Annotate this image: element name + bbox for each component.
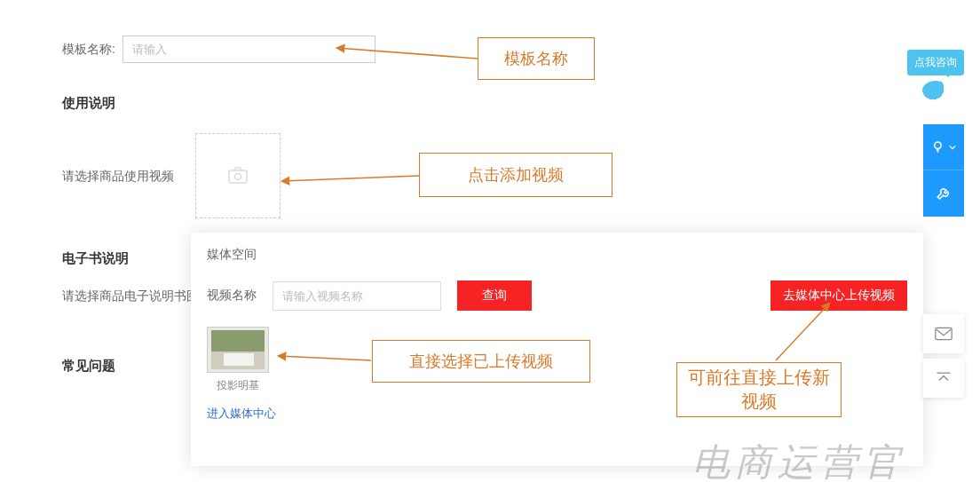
- video-thumbnail: [207, 327, 269, 373]
- svg-point-6: [935, 142, 942, 149]
- arrow-select-uploaded: [277, 352, 375, 369]
- svg-line-4: [279, 356, 371, 360]
- page-side-actions: [923, 314, 964, 398]
- consult-widget[interactable]: 点我咨询: [907, 50, 964, 100]
- wrench-icon: [936, 186, 952, 201]
- add-video-uploader[interactable]: [195, 133, 281, 218]
- media-panel-title: 媒体空间: [207, 247, 907, 263]
- annotation-go-upload: 可前往直接上传新视频: [676, 362, 842, 417]
- svg-point-1: [235, 174, 241, 180]
- annotation-select-uploaded: 直接选择已上传视频: [372, 340, 590, 383]
- envelope-icon: [935, 326, 952, 342]
- svg-line-2: [337, 48, 478, 59]
- message-button[interactable]: [923, 314, 964, 353]
- video-item[interactable]: 投影明基: [207, 327, 269, 393]
- arrow-template-name: [336, 44, 479, 66]
- tools-button[interactable]: [923, 170, 964, 217]
- search-button[interactable]: 查询: [457, 281, 532, 311]
- lightbulb-icon: [931, 139, 947, 155]
- video-name-input[interactable]: [273, 281, 441, 311]
- arrow-add-video: [281, 165, 423, 186]
- video-name-label: 视频名称: [207, 288, 257, 304]
- consult-bubble-text: 点我咨询: [907, 50, 964, 75]
- annotation-add-video: 点击添加视频: [419, 153, 612, 197]
- whale-icon: [922, 81, 949, 100]
- chevron-down-icon: [949, 144, 956, 151]
- svg-rect-0: [229, 170, 247, 183]
- camera-icon: [225, 165, 250, 186]
- back-to-top-icon: [935, 370, 952, 386]
- svg-line-3: [282, 176, 419, 181]
- back-to-top-button[interactable]: [923, 359, 964, 398]
- video-select-label: 请选择商品使用视频: [62, 133, 195, 218]
- hint-toggle-button[interactable]: [923, 124, 964, 170]
- blue-side-panel: [923, 124, 964, 217]
- usage-section-title: 使用说明: [62, 95, 918, 112]
- enter-media-center-link[interactable]: 进入媒体中心: [207, 406, 276, 422]
- arrow-go-upload: [772, 302, 852, 364]
- annotation-template-name: 模板名称: [478, 37, 595, 80]
- template-name-label: 模板名称:: [62, 42, 115, 58]
- svg-rect-7: [936, 328, 952, 339]
- video-item-label: 投影明基: [207, 378, 269, 393]
- svg-line-5: [776, 304, 829, 360]
